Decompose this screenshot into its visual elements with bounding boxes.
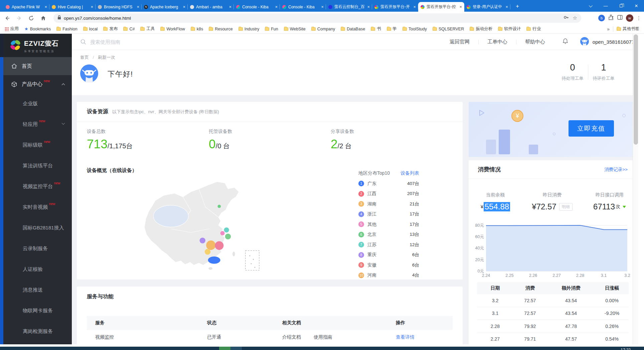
sidebar-item-离岗检测服务[interactable]: 离岗检测服务 bbox=[3, 321, 72, 342]
sidebar-item-视频监控平台[interactable]: 视频监控平台new bbox=[3, 176, 72, 197]
doc-link[interactable]: 介绍文档 bbox=[282, 334, 301, 340]
close-button[interactable]: × bbox=[629, 0, 644, 12]
tab-search-icon[interactable] bbox=[583, 0, 598, 12]
device-list-link[interactable]: 设备列表 bbox=[400, 170, 419, 176]
detail-button[interactable]: 明细 bbox=[559, 203, 573, 211]
browser-tab[interactable]: 萤石开放平台-控× bbox=[418, 2, 464, 12]
tab-close-button[interactable]: × bbox=[183, 4, 185, 9]
bookmark-folder[interactable]: C# bbox=[123, 27, 135, 31]
tab-close-button[interactable]: × bbox=[459, 4, 462, 9]
consumption-chart[interactable]: 0元20元40元60元80元2.242.252.262.272.283.13.2 bbox=[469, 220, 637, 278]
other-bookmarks[interactable]: 其他书签 bbox=[617, 26, 639, 32]
page-scrollbar[interactable] bbox=[633, 34, 638, 344]
sidebar-item-产品中心[interactable]: 产品中心new bbox=[3, 75, 72, 93]
tab-close-button[interactable]: × bbox=[413, 4, 416, 9]
sidebar-item-物联网卡服务[interactable]: 物联网卡服务 bbox=[3, 300, 72, 321]
side-panel-icon[interactable] bbox=[617, 14, 623, 22]
browser-tab[interactable]: NApache Iceberg× bbox=[142, 2, 188, 12]
translate-extension-icon[interactable]: b bbox=[598, 15, 605, 21]
sidebar-item-国标级联[interactable]: 国标级联new bbox=[3, 135, 72, 155]
bookmark-folder[interactable]: 学 bbox=[387, 26, 397, 32]
bookmark-folder[interactable]: SQLSERVER bbox=[433, 27, 464, 31]
home-button[interactable] bbox=[38, 13, 48, 23]
bookmarks-folder[interactable]: ★Bookmarks bbox=[24, 26, 51, 31]
bookmark-folder[interactable]: 书 bbox=[371, 26, 381, 32]
tab-close-button[interactable]: × bbox=[367, 4, 370, 9]
browser-tab[interactable]: Browsing HDFS× bbox=[96, 2, 142, 12]
bookmark-star-icon[interactable]: ☆ bbox=[573, 15, 577, 21]
bookmark-folder[interactable]: DataBase bbox=[341, 27, 365, 31]
sidebar-item-首页[interactable]: 首页 bbox=[3, 57, 72, 75]
sidebar-item-云录制服务[interactable]: 云录制服务 bbox=[3, 238, 72, 259]
bookmark-folder[interactable]: WebSite bbox=[284, 27, 306, 31]
taskbar-app-green[interactable] bbox=[219, 347, 230, 350]
bookmark-folder[interactable]: 软件设计 bbox=[498, 26, 521, 32]
minimize-button[interactable]: — bbox=[598, 0, 613, 12]
bookmark-folder[interactable]: ToolStudy bbox=[402, 27, 427, 31]
bookmark-folder[interactable]: 发布 bbox=[103, 26, 118, 32]
restore-button[interactable] bbox=[613, 0, 629, 12]
header-link-2[interactable]: 帮助中心 bbox=[525, 39, 545, 45]
bookmark-folder[interactable]: k8s bbox=[191, 27, 203, 31]
ezviz-logo[interactable]: EZVIZ萤石 乐享安全智能生活 bbox=[3, 34, 72, 57]
new-tab-button[interactable]: + bbox=[514, 3, 521, 10]
taskbar-app-blue[interactable] bbox=[230, 347, 242, 350]
browser-tab[interactable]: Console - Kiba× bbox=[234, 2, 280, 12]
sidebar-item-消息推送[interactable]: 消息推送 bbox=[3, 280, 72, 300]
sidebar-item-算法训练平台[interactable]: 算法训练平台 bbox=[3, 155, 72, 176]
bookmark-folder[interactable]: 振动分析 bbox=[470, 26, 492, 32]
sidebar-item-实时音视频[interactable]: 实时音视频new bbox=[3, 197, 72, 217]
bell-icon[interactable] bbox=[554, 38, 568, 46]
sidebar-item-国标GB28181接入[interactable]: 国标GB28181接入 bbox=[3, 217, 72, 238]
browser-tab[interactable]: Console - Kiba× bbox=[280, 2, 326, 12]
tab-close-button[interactable]: × bbox=[137, 4, 139, 9]
browser-tab[interactable]: Apache Flink W× bbox=[3, 2, 49, 12]
browser-tab[interactable]: 登录-用户认证中× bbox=[464, 2, 510, 12]
sidebar-item-企业版[interactable]: 企业版 bbox=[3, 93, 72, 114]
browser-tab[interactable]: Ambari - amba× bbox=[188, 2, 234, 12]
address-bar[interactable]: open.ys7.com/console/home.html ☆ bbox=[53, 13, 581, 23]
reload-button[interactable] bbox=[26, 13, 36, 23]
work-order-1[interactable]: 1待评价工单 bbox=[588, 62, 619, 81]
bookmark-folder[interactable]: Resource bbox=[209, 27, 233, 31]
password-key-icon[interactable] bbox=[564, 15, 569, 21]
header-link-1[interactable]: 工单中心 bbox=[487, 39, 507, 45]
sidebar-item-轻应用[interactable]: 轻应用new bbox=[3, 114, 72, 135]
user-avatar[interactable] bbox=[572, 37, 589, 47]
doc-link[interactable]: 使用指南 bbox=[314, 334, 332, 340]
username[interactable]: open_3581616077 bbox=[593, 39, 634, 45]
windows-taskbar[interactable]: 17:22 bbox=[0, 347, 644, 350]
browser-profile-avatar[interactable]: w bbox=[626, 14, 633, 22]
taskbar-clock[interactable]: 17:22 bbox=[621, 348, 631, 350]
tab-close-button[interactable]: × bbox=[44, 4, 47, 9]
service-action-link[interactable]: 查看详情 bbox=[396, 334, 453, 340]
search-input[interactable] bbox=[90, 39, 190, 45]
scrollbar-thumb[interactable] bbox=[634, 34, 638, 145]
tab-close-button[interactable]: × bbox=[505, 4, 508, 9]
bookmark-folder[interactable]: Industry bbox=[238, 27, 259, 31]
header-link-0[interactable]: 返回官网 bbox=[450, 39, 470, 45]
bookmark-folder[interactable]: Fun bbox=[265, 27, 278, 31]
bookmark-folder[interactable]: 行业 bbox=[526, 26, 541, 32]
extensions-puzzle-icon[interactable] bbox=[608, 14, 614, 22]
bookmark-folder[interactable]: 工具 bbox=[140, 26, 155, 32]
tab-close-button[interactable]: × bbox=[275, 4, 278, 9]
tab-close-button[interactable]: × bbox=[321, 4, 324, 9]
tab-close-button[interactable]: × bbox=[229, 4, 231, 9]
consumption-record-link[interactable]: 消费记录>> bbox=[604, 167, 628, 173]
browser-tab[interactable]: Hive Catalog |× bbox=[49, 2, 96, 12]
bookmark-folder[interactable]: Company bbox=[311, 27, 335, 31]
forward-button[interactable] bbox=[14, 13, 24, 23]
work-order-0[interactable]: 0待处理工单 bbox=[557, 62, 588, 81]
bookmark-folder[interactable]: local bbox=[83, 27, 98, 31]
sidebar-item-人证核验[interactable]: 人证核验 bbox=[3, 259, 72, 280]
chevron-down-icon[interactable] bbox=[623, 206, 626, 208]
apps-shortcut[interactable]: 应用 bbox=[5, 26, 19, 32]
browser-tab[interactable]: 萤石云控制台_百× bbox=[326, 2, 372, 12]
recharge-button[interactable]: 立即充值 bbox=[569, 120, 614, 137]
url-text[interactable]: open.ys7.com/console/home.html bbox=[64, 16, 564, 21]
browser-menu-icon[interactable]: ⋮ bbox=[636, 15, 641, 21]
bookmarks-overflow-chevron[interactable]: » bbox=[607, 26, 610, 32]
tab-close-button[interactable]: × bbox=[91, 4, 93, 9]
browser-tab[interactable]: 萤石开放平台-开× bbox=[372, 2, 418, 12]
